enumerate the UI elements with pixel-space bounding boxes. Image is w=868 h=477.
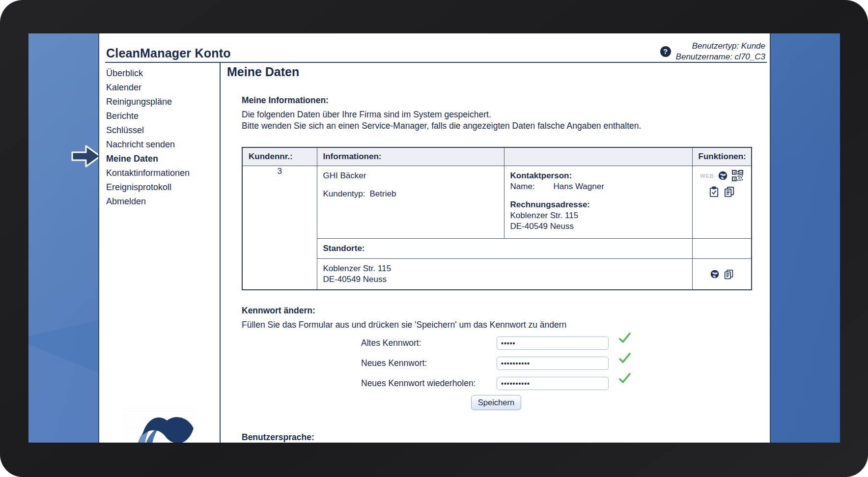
old-password-label: Altes Kennwort: (361, 338, 421, 348)
locations-heading: Standorte: (317, 239, 692, 259)
company-name: GHI Bäcker (323, 170, 498, 181)
meine-daten-pointer-arrow-icon (71, 143, 102, 169)
save-button[interactable]: Speichern (471, 395, 521, 410)
globe-icon[interactable] (710, 269, 720, 279)
col-header-funktionen: Funktionen: (692, 147, 752, 166)
customer-table: Kundennr.: Informationen: Funktionen: 3 … (242, 147, 752, 290)
repeat-password-label: Neues Kennwort wiederholen: (361, 378, 476, 389)
page-title: Meine Daten (227, 65, 299, 79)
sidebar-item-berichte[interactable]: Berichte (99, 109, 220, 123)
location-city: DE-40549 Neuss (323, 274, 686, 285)
app-title: CleanManager Konto (106, 46, 231, 60)
sidebar: Überblick Kalender Reinigungspläne Beric… (99, 63, 220, 443)
copy-icon[interactable] (724, 269, 734, 280)
sidebar-item-reinigungsplaene[interactable]: Reinigungspläne (99, 95, 220, 109)
sidebar-item-schluessel[interactable]: Schlüssel (99, 123, 220, 138)
repeat-password-input[interactable] (497, 377, 609, 390)
password-section-heading: Kennwort ändern: (242, 306, 315, 316)
sidebar-item-meine-daten[interactable]: Meine Daten (99, 152, 220, 166)
sidebar-item-kalender[interactable]: Kalender (99, 81, 220, 95)
sidebar-item-nachricht-senden[interactable]: Nachricht senden (99, 138, 220, 152)
main-content: Meine Daten Meine Informationen: Die fol… (221, 63, 770, 443)
user-type: Benutzertyp: Kunde (676, 41, 765, 52)
old-password-valid-icon (618, 332, 631, 344)
qr-code-icon[interactable] (732, 170, 743, 181)
user-info: Benutzertyp: Kunde Benutzername: cl70_C3 (676, 41, 765, 62)
info-line-1: Die folgenden Daten über Ihre Firma sind… (242, 109, 641, 120)
locations-header-row: Standorte: (242, 239, 752, 259)
sidebar-item-kontaktinformationen[interactable]: Kontaktinformationen (99, 166, 220, 180)
company-logo (121, 406, 198, 443)
locations-functions-empty-cell (692, 239, 752, 259)
customer-number-cell: 3 (242, 166, 317, 290)
globe-icon[interactable] (718, 170, 728, 181)
col-header-contact (504, 147, 692, 166)
repeat-password-valid-icon (618, 372, 631, 384)
col-header-informationen: Informationen: (317, 147, 504, 166)
customer-type-value: Betrieb (370, 189, 396, 198)
location-address-cell: Koblenzer Str. 115 DE-40549 Neuss (317, 259, 692, 290)
location-functions-cell (692, 259, 752, 290)
language-section-heading: Benutzersprache: (242, 432, 314, 443)
info-line-2: Bitte wenden Sie sich an einen Service-M… (242, 120, 641, 132)
customer-row: 3 GHI Bäcker Kundentyp:Betrieb Kontaktpe… (242, 166, 752, 239)
copy-icon[interactable] (724, 186, 735, 197)
web-link[interactable]: WEB (700, 173, 714, 179)
functions-cell: WEB (692, 166, 752, 239)
contact-name-label: Name: (510, 181, 554, 192)
info-description: Die folgenden Daten über Ihre Firma sind… (242, 109, 641, 132)
location-street: Koblenzer Str. 115 (323, 263, 686, 274)
customer-info-cell: GHI Bäcker Kundentyp:Betrieb (317, 166, 504, 239)
info-section-heading: Meine Informationen: (242, 95, 329, 106)
sidebar-item-abmelden[interactable]: Abmelden (99, 195, 220, 209)
new-password-valid-icon (618, 352, 631, 364)
location-row: Koblenzer Str. 115 DE-40549 Neuss (242, 259, 752, 290)
clipboard-check-icon[interactable] (708, 186, 720, 197)
help-icon[interactable]: ? (660, 46, 671, 57)
password-instruction: Füllen Sie das Formular aus und drücken … (242, 320, 566, 330)
contact-cell: Kontaktperson: Name:Hans Wagner Rechnung… (504, 166, 692, 239)
old-password-input[interactable] (497, 337, 609, 350)
new-password-label: Neues Kennwort: (361, 358, 427, 368)
sidebar-item-ueberblick[interactable]: Überblick (99, 66, 220, 81)
table-header-row: Kundennr.: Informationen: Funktionen: (242, 147, 752, 166)
contact-name-value: Hans Wagner (554, 182, 604, 191)
app-window: CleanManager Konto ? Benutzertyp: Kunde … (98, 33, 771, 443)
contact-heading: Kontaktperson: (510, 170, 686, 181)
billing-street: Koblenzer Str. 115 (510, 210, 686, 221)
sidebar-item-ereignisprotokoll[interactable]: Ereignisprotokoll (99, 180, 220, 195)
new-password-input[interactable] (497, 357, 609, 370)
desktop-background: CleanManager Konto ? Benutzertyp: Kunde … (28, 33, 840, 443)
customer-type-label: Kundentyp: (323, 189, 370, 199)
user-name: Benutzername: cl70_C3 (676, 52, 765, 62)
billing-address-heading: Rechnungsadresse: (510, 199, 686, 210)
col-header-kundennr: Kundennr.: (242, 147, 317, 166)
billing-city: DE-40549 Neuss (510, 221, 686, 232)
